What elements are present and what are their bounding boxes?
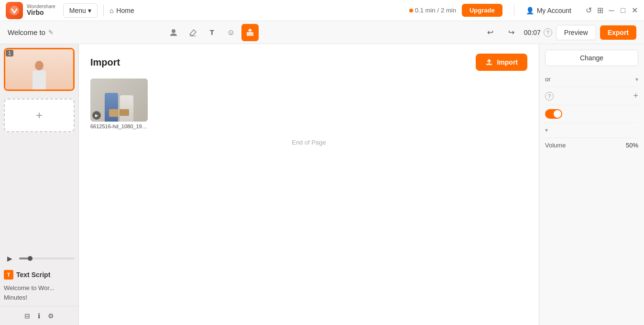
avatar-torso bbox=[33, 70, 46, 90]
time-display: 00:07 ? bbox=[524, 28, 552, 37]
avatar-scene bbox=[5, 49, 73, 90]
section-add-icon[interactable]: + bbox=[633, 91, 638, 101]
preview-button[interactable]: Preview bbox=[556, 25, 596, 40]
undo-button[interactable]: ↩ bbox=[482, 24, 499, 41]
menu-button[interactable]: Menu ▾ bbox=[63, 3, 98, 18]
text-script-content: Welcome to Wor... Minutes! bbox=[4, 283, 75, 302]
text-script-icon: T bbox=[4, 270, 13, 280]
svg-rect-4 bbox=[486, 64, 492, 65]
media-grid: ▶ 6612516-hd_1080_192... bbox=[90, 78, 527, 129]
time-used: 0.1 min bbox=[415, 7, 436, 14]
history-button[interactable]: ↺ bbox=[585, 7, 592, 14]
add-scene-icon: + bbox=[36, 109, 43, 122]
scene-number: 1 bbox=[6, 50, 13, 56]
import-title: Import bbox=[90, 57, 120, 68]
title-bar: Wondershare Virbo Menu ▾ ⌂ Home 0.1 min … bbox=[0, 0, 644, 21]
video-play-icon: ▶ bbox=[92, 111, 101, 120]
toolbar: Welcome to ✎ T ☺ bbox=[0, 21, 644, 44]
add-scene-button[interactable]: + bbox=[4, 99, 75, 132]
minimize-button[interactable]: ─ bbox=[608, 7, 615, 14]
time-help-icon[interactable]: ? bbox=[544, 28, 552, 37]
grid-button[interactable]: ⊞ bbox=[596, 7, 604, 14]
home-label: Home bbox=[116, 7, 134, 14]
project-title-area: Welcome to ✎ bbox=[8, 28, 54, 36]
account-label: My Account bbox=[537, 7, 571, 14]
window-controls: ↺ ⊞ ─ □ ✕ bbox=[585, 7, 638, 14]
right-panel: Change or ▾ ? + ▾ Volume 50% bbox=[539, 44, 644, 325]
import-button-label: Import bbox=[497, 58, 518, 66]
emoji-tool-button[interactable]: ☺ bbox=[222, 24, 240, 41]
color-label: or bbox=[545, 76, 551, 83]
redo-icon: ↪ bbox=[508, 28, 514, 37]
home-button[interactable]: ⌂ Home bbox=[109, 7, 134, 14]
chevron-section: ▾ bbox=[545, 123, 638, 138]
upload-icon bbox=[485, 58, 493, 66]
home-icon: ⌂ bbox=[109, 7, 113, 14]
progress-bar[interactable] bbox=[19, 258, 75, 259]
toggle-switch[interactable] bbox=[545, 109, 562, 119]
time-separator: / bbox=[437, 7, 439, 14]
toolbar-tools: T ☺ bbox=[165, 24, 259, 41]
media-tool-button[interactable] bbox=[241, 24, 259, 41]
media-thumbnail: ▶ bbox=[90, 78, 148, 122]
section-help-icon[interactable]: ? bbox=[545, 92, 554, 101]
help-section: ? + bbox=[545, 87, 638, 105]
scene-extra-button[interactable]: ⚙ bbox=[48, 312, 54, 320]
export-button[interactable]: Export bbox=[600, 25, 636, 40]
scene-info-button[interactable]: ℹ bbox=[38, 312, 40, 320]
divider2 bbox=[514, 5, 514, 16]
change-button[interactable]: Change bbox=[545, 50, 638, 66]
scene-settings-button[interactable]: ⊟ bbox=[24, 312, 30, 320]
box2 bbox=[120, 109, 129, 116]
volume-label: Volume bbox=[545, 142, 566, 149]
left-panel: 1 + ▶ bbox=[0, 44, 79, 325]
text-tool-button[interactable]: T bbox=[203, 24, 220, 41]
current-time: 00:07 bbox=[524, 29, 541, 36]
toolbar-right: ↩ ↪ 00:07 ? Preview Export bbox=[482, 24, 636, 41]
time-total: 2 min bbox=[441, 7, 456, 14]
play-icon: ▶ bbox=[7, 255, 12, 262]
toggle-section bbox=[545, 105, 638, 123]
app-logo-icon bbox=[6, 2, 23, 19]
time-indicator bbox=[409, 9, 413, 12]
account-button[interactable]: 👤 My Account bbox=[526, 7, 571, 14]
progress-dot bbox=[28, 256, 33, 261]
bottom-toolbar: ⊟ ℹ ⚙ bbox=[0, 306, 78, 325]
scene-item-1[interactable]: 1 bbox=[4, 48, 75, 91]
box1 bbox=[109, 109, 119, 117]
import-body: ▶ 6612516-hd_1080_192... End of Page bbox=[79, 78, 539, 325]
import-button[interactable]: Import bbox=[476, 54, 527, 71]
svg-point-1 bbox=[172, 29, 175, 33]
figure2 bbox=[120, 95, 133, 122]
boxes bbox=[109, 109, 129, 117]
upgrade-button[interactable]: Upgrade bbox=[462, 4, 502, 17]
redo-button[interactable]: ↪ bbox=[503, 24, 520, 41]
menu-label: Menu bbox=[69, 7, 86, 14]
color-chevron-icon[interactable]: ▾ bbox=[635, 76, 638, 83]
close-button[interactable]: ✕ bbox=[631, 7, 638, 14]
text-script-header: T Text Script bbox=[4, 270, 75, 280]
volume-value: 50% bbox=[626, 142, 638, 149]
play-bar: ▶ bbox=[0, 251, 78, 266]
eraser-tool-button[interactable] bbox=[184, 24, 201, 41]
avatar-head bbox=[35, 61, 44, 70]
color-section: or ▾ bbox=[545, 72, 638, 87]
project-title: Welcome to bbox=[8, 28, 45, 36]
edit-title-icon[interactable]: ✎ bbox=[48, 29, 54, 36]
import-header: Import Import bbox=[79, 44, 539, 78]
section-chevron-icon[interactable]: ▾ bbox=[545, 127, 548, 134]
volume-section: Volume 50% bbox=[545, 138, 638, 153]
figure1 bbox=[105, 93, 118, 122]
progress-fill bbox=[19, 258, 30, 259]
import-modal: Import Import bbox=[79, 44, 539, 325]
avatar-tool-button[interactable] bbox=[165, 24, 182, 41]
toggle-knob bbox=[554, 110, 561, 118]
scene-thumbnail bbox=[4, 48, 75, 91]
list-item[interactable]: ▶ 6612516-hd_1080_192... bbox=[90, 78, 148, 129]
text-script-title: Text Script bbox=[16, 271, 50, 279]
divider bbox=[103, 5, 104, 16]
play-button[interactable]: ▶ bbox=[4, 253, 15, 264]
time-info: 0.1 min / 2 min bbox=[409, 7, 456, 14]
logo-area: Wondershare Virbo bbox=[6, 2, 55, 19]
maximize-button[interactable]: □ bbox=[619, 7, 627, 14]
